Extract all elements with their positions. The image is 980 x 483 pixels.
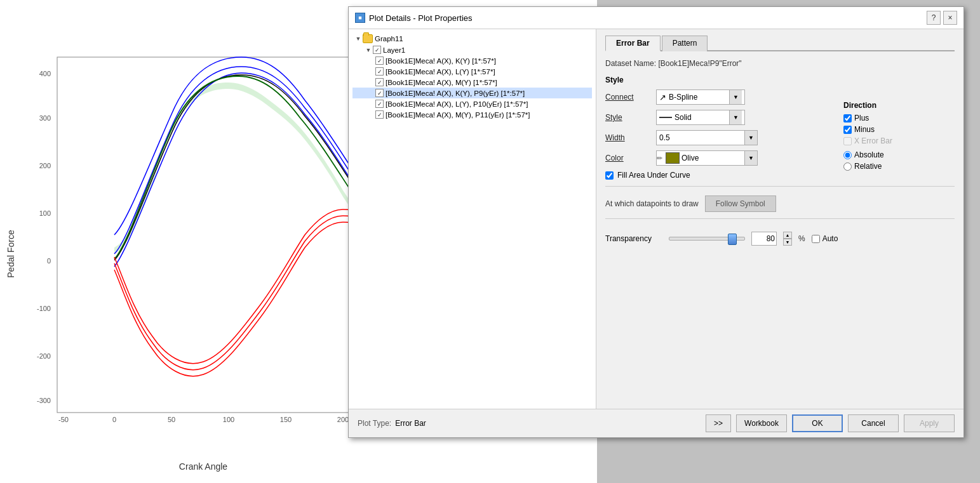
tree-item-4-check[interactable]: [375, 100, 384, 108]
tree-item-5-check[interactable]: [375, 110, 384, 119]
folder-icon-graph11: [363, 34, 373, 43]
relative-radio[interactable]: [843, 162, 852, 171]
transparency-spinner-down[interactable]: ▼: [783, 239, 792, 246]
ok-button[interactable]: OK: [792, 414, 843, 432]
tree-item-1-check[interactable]: [375, 67, 384, 76]
connect-dropdown-btn[interactable]: ▼: [729, 90, 742, 104]
tree-item-0-check[interactable]: [375, 56, 384, 65]
dialog-bottom: Plot Type: Error Bar >> Workbook OK Canc…: [349, 409, 963, 437]
close-button[interactable]: ×: [943, 11, 957, 25]
apply-button[interactable]: Apply: [904, 414, 955, 432]
tab-pattern[interactable]: Pattern: [662, 36, 708, 51]
arrow-button[interactable]: >>: [706, 414, 731, 432]
relative-label: Relative: [854, 162, 882, 171]
color-select[interactable]: ✏ Olive ▼: [656, 150, 758, 166]
plus-checkbox[interactable]: [843, 114, 852, 122]
svg-text:100: 100: [223, 416, 234, 423]
transparency-spinner-up[interactable]: ▲: [783, 232, 792, 239]
svg-text:400: 400: [39, 70, 51, 77]
transparency-slider-thumb[interactable]: [728, 234, 737, 245]
dialog-body: ▼ Graph11 ▼ Layer1 [Book1E]Meca! A(X), K…: [349, 29, 963, 409]
xerror-check-row: X Error Bar: [843, 136, 955, 145]
tree-item-0[interactable]: [Book1E]Meca! A(X), K(Y) [1*:57*]: [352, 55, 592, 66]
connect-value: B-Spline: [669, 93, 729, 102]
title-left: ■ Plot Details - Plot Properties: [355, 13, 473, 23]
style-label: Style: [605, 113, 656, 122]
fill-area-row: Fill Area Under Curve: [605, 171, 837, 180]
auto-checkbox[interactable]: [812, 235, 820, 243]
bspline-icon: ↗: [659, 93, 666, 102]
dialog-title: Plot Details - Plot Properties: [369, 13, 473, 23]
svg-text:Pedal Force: Pedal Force: [6, 230, 16, 278]
width-select[interactable]: 0.5 ▼: [656, 130, 758, 145]
color-row: Color ✏ Olive ▼: [605, 150, 837, 166]
fill-area-checkbox[interactable]: [605, 171, 614, 180]
connect-label: Connect: [605, 93, 656, 102]
fill-area-label: Fill Area Under Curve: [617, 171, 690, 180]
tree-item-1-label: [Book1E]Meca! A(X), L(Y) [1*:57*]: [386, 68, 495, 76]
tree-item-5[interactable]: [Book1E]Meca! A(X), M(Y), P11(yEr) [1*:5…: [352, 109, 592, 120]
tree-graph11-label: Graph11: [375, 35, 403, 43]
tree-layer1-label: Layer1: [383, 46, 405, 54]
absolute-radio[interactable]: [843, 151, 852, 159]
plot-details-dialog: ■ Plot Details - Plot Properties ? × ▼ G…: [348, 6, 964, 438]
x-error-bar-checkbox[interactable]: [843, 137, 852, 145]
auto-check-row: Auto: [812, 234, 838, 243]
transparency-input[interactable]: 80: [751, 232, 777, 246]
absolute-label: Absolute: [854, 150, 884, 159]
svg-text:-100: -100: [37, 305, 51, 312]
separator-2: [605, 218, 955, 219]
connect-row: Connect ↗ B-Spline ▼: [605, 89, 837, 105]
tree-item-3[interactable]: [Book1E]Meca! A(X), K(Y), P9(yEr) [1*:57…: [352, 88, 592, 98]
tree-toggle-layer1[interactable]: ▼: [365, 47, 372, 53]
svg-text:150: 150: [280, 416, 292, 423]
svg-text:-50: -50: [58, 416, 69, 423]
tab-error-bar[interactable]: Error Bar: [605, 36, 661, 51]
width-label: Width: [605, 133, 656, 142]
width-dropdown-btn[interactable]: ▼: [744, 131, 757, 145]
tree-item-3-check[interactable]: [375, 89, 384, 97]
connect-select[interactable]: ↗ B-Spline ▼: [656, 89, 745, 105]
transparency-slider-track[interactable]: [669, 237, 745, 241]
tree-item-1[interactable]: [Book1E]Meca! A(X), L(Y) [1*:57*]: [352, 66, 592, 77]
svg-text:-300: -300: [37, 397, 51, 404]
minus-checkbox[interactable]: [843, 126, 852, 134]
dialog-titlebar: ■ Plot Details - Plot Properties ? ×: [349, 7, 963, 29]
transparency-spinner: ▲ ▼: [783, 232, 792, 246]
tree-item-2[interactable]: [Book1E]Meca! A(X), M(Y) [1*:57*]: [352, 77, 592, 88]
tree-item-3-label: [Book1E]Meca! A(X), K(Y), P9(yEr) [1*:57…: [386, 89, 525, 97]
tree-layer1-check[interactable]: [373, 46, 381, 54]
props-panel: Error Bar Pattern Dataset Name: [Book1E]…: [596, 29, 963, 409]
svg-text:200: 200: [337, 416, 349, 423]
plus-label: Plus: [854, 114, 869, 122]
dialog-icon: ■: [355, 13, 365, 23]
style-section-label: Style: [605, 76, 837, 84]
color-dropdown-btn[interactable]: ▼: [744, 151, 757, 165]
tree-item-4[interactable]: [Book1E]Meca! A(X), L(Y), P10(yEr) [1*:5…: [352, 98, 592, 109]
width-row: Width 0.5 ▼: [605, 130, 837, 145]
help-button[interactable]: ?: [927, 11, 941, 25]
tree-panel: ▼ Graph11 ▼ Layer1 [Book1E]Meca! A(X), K…: [349, 29, 596, 409]
tree-layer1[interactable]: ▼ Layer1: [352, 44, 592, 55]
relative-radio-row: Relative: [843, 162, 955, 171]
svg-text:200: 200: [39, 162, 51, 169]
solid-line-preview: [659, 117, 672, 118]
tree-graph11[interactable]: ▼ Graph11: [352, 33, 592, 44]
props-inner: Style Connect ↗ B-Spline ▼ Style: [605, 76, 955, 180]
style-select[interactable]: Solid ▼: [656, 110, 745, 125]
draw-at-row: At which datapoints to draw Follow Symbo…: [605, 195, 955, 212]
minus-label: Minus: [854, 125, 875, 134]
tree-item-4-label: [Book1E]Meca! A(X), L(Y), P10(yEr) [1*:5…: [386, 100, 528, 108]
workbook-button[interactable]: Workbook: [736, 414, 787, 432]
tabs-row: Error Bar Pattern: [605, 36, 955, 51]
cancel-button[interactable]: Cancel: [848, 414, 899, 432]
width-value: 0.5: [657, 133, 744, 142]
style-value: Solid: [675, 113, 729, 122]
transparency-label: Transparency: [605, 234, 662, 243]
svg-text:-200: -200: [37, 352, 51, 360]
style-dropdown-btn[interactable]: ▼: [729, 110, 742, 124]
follow-symbol-button[interactable]: Follow Symbol: [705, 195, 776, 212]
tree-item-2-label: [Book1E]Meca! A(X), M(Y) [1*:57*]: [386, 79, 497, 86]
tree-item-2-check[interactable]: [375, 78, 384, 86]
tree-toggle-graph11[interactable]: ▼: [355, 36, 361, 42]
